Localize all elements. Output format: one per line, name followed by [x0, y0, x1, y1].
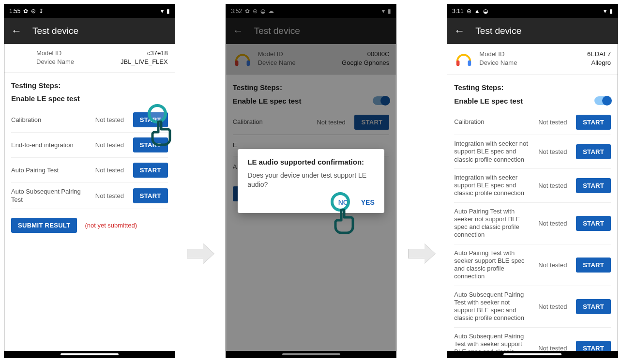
status-bar: 1:55 ✿ ⊝ ↧ ▾ ▮ — [4, 4, 175, 18]
app-title: Test device — [475, 26, 521, 36]
dialog-no-button[interactable]: NO — [338, 198, 349, 206]
flow-arrow — [187, 244, 214, 263]
test-name: Calibration — [11, 116, 91, 124]
test-row: Auto Pairing Test with seeker support BL… — [454, 244, 611, 286]
wifi-icon: ▾ — [161, 8, 164, 15]
status-time: 1:55 — [9, 8, 20, 15]
test-name: Calibration — [454, 118, 534, 126]
not-submitted-text: (not yet submitted) — [85, 222, 137, 229]
test-row: Integration with seeker support BLE spec… — [454, 169, 611, 203]
test-status: Not tested — [538, 148, 572, 155]
testing-steps-header: Testing Steps: — [454, 83, 611, 91]
test-name: Auto Subsequent Pairing Test with seeker… — [454, 333, 534, 351]
dialog-overlay: LE audio supported confirmation: Does yo… — [226, 4, 396, 358]
test-status: Not tested — [538, 220, 572, 227]
le-audio-dialog: LE audio supported confirmation: Does yo… — [238, 149, 384, 213]
android-nav-bar[interactable] — [4, 351, 175, 358]
start-button[interactable]: START — [576, 115, 611, 130]
device-info-card: Model ID 6EDAF7 Device Name Allegro — [447, 44, 618, 75]
test-content: Testing Steps: Enable LE spec test Calib… — [4, 73, 175, 351]
app-title: Test device — [32, 26, 78, 36]
download-icon: ↧ — [39, 8, 44, 15]
battery-icon: ▮ — [609, 8, 613, 15]
svg-rect-3 — [468, 61, 471, 66]
status-bar: 3:11 ⊝ ▲ ◒ ▾ ▮ — [447, 4, 618, 18]
back-arrow-icon[interactable]: ← — [11, 25, 22, 37]
phone-screen-3: 3:11 ⊝ ▲ ◒ ▾ ▮ ← Test device Model ID 6E… — [447, 4, 618, 358]
test-row: CalibrationNot testedSTART — [11, 107, 168, 133]
phone-screen-1: 1:55 ✿ ⊝ ↧ ▾ ▮ ← Test device Model ID c3… — [4, 4, 175, 358]
test-status: Not tested — [95, 141, 129, 149]
start-button[interactable]: START — [133, 188, 168, 203]
device-info-card: Model ID c37e18 Device Name JBL_LIVE_FLE… — [4, 44, 175, 73]
enable-le-switch[interactable] — [594, 96, 611, 105]
back-arrow-icon[interactable]: ← — [454, 25, 465, 37]
test-status: Not tested — [95, 167, 129, 174]
enable-le-label: Enable LE spec test — [11, 94, 80, 103]
dialog-message: Does your device under test support LE a… — [247, 171, 374, 189]
test-status: Not tested — [538, 345, 572, 351]
device-name-label: Device Name — [36, 58, 74, 66]
start-button[interactable]: START — [576, 216, 611, 231]
shield-icon: ◒ — [483, 8, 488, 15]
model-id-value: c37e18 — [147, 49, 168, 58]
phone-screen-2: 3:52 ✿ ⊝ ◒ ☁ ▾ ▮ ← Test device Model ID … — [226, 4, 397, 358]
start-button[interactable]: START — [576, 341, 611, 351]
test-row: Auto Pairing TestNot testedSTART — [11, 158, 168, 183]
start-button[interactable]: START — [576, 258, 611, 273]
test-row: Auto Subsequent Pairing TestNot testedST… — [11, 183, 168, 209]
headphones-icon — [454, 49, 473, 68]
svg-rect-2 — [456, 61, 460, 66]
test-name: Auto Pairing Test with seeker support BL… — [454, 249, 534, 281]
test-status: Not tested — [538, 261, 572, 269]
dialog-title: LE audio supported confirmation: — [247, 158, 374, 166]
test-name: Auto Pairing Test — [11, 167, 91, 174]
gear-icon: ✿ — [23, 8, 28, 15]
test-row: Auto Subsequent Pairing Test with seeker… — [454, 286, 611, 328]
test-status: Not tested — [95, 116, 129, 123]
dnd-icon: ⊝ — [467, 8, 471, 15]
model-id-label: Model ID — [479, 50, 504, 59]
flow-arrow — [408, 244, 435, 263]
test-name: Integration with seeker not support BLE … — [454, 140, 534, 164]
test-content[interactable]: Testing Steps: Enable LE spec test Calib… — [447, 75, 618, 351]
testing-steps-header: Testing Steps: — [11, 81, 168, 90]
test-status: Not tested — [538, 182, 572, 189]
test-name: Auto Pairing Test with seeker not suppor… — [454, 208, 534, 239]
status-time: 3:11 — [452, 8, 463, 15]
test-status: Not tested — [538, 119, 572, 126]
test-name: Auto Subsequent Pairing Test — [11, 188, 91, 204]
enable-le-label: Enable LE spec test — [454, 97, 523, 105]
start-button[interactable]: START — [133, 112, 168, 127]
android-nav-bar[interactable] — [447, 351, 618, 358]
model-id-value: 6EDAF7 — [587, 50, 611, 59]
test-row: CalibrationNot testedSTART — [454, 110, 611, 135]
app-bar: ← Test device — [4, 18, 175, 44]
device-name-label: Device Name — [479, 59, 517, 67]
start-button[interactable]: START — [133, 163, 168, 178]
test-row: Integration with seeker not support BLE … — [454, 135, 611, 169]
device-name-value: Allegro — [592, 59, 611, 67]
test-status: Not tested — [538, 303, 572, 310]
wifi-icon: ▾ — [604, 8, 607, 15]
dialog-yes-button[interactable]: YES — [361, 198, 375, 206]
test-status: Not tested — [95, 192, 129, 199]
test-row: Auto Pairing Test with seeker not suppor… — [454, 203, 611, 244]
model-id-label: Model ID — [36, 49, 61, 58]
test-name: Integration with seeker support BLE spec… — [454, 174, 534, 197]
warning-icon: ▲ — [474, 8, 480, 15]
battery-icon: ▮ — [167, 8, 170, 15]
test-name: Auto Subsequent Pairing Test with seeker… — [454, 291, 534, 322]
test-row: End-to-end integrationNot testedSTART — [11, 133, 168, 158]
test-name: End-to-end integration — [11, 141, 91, 149]
device-name-value: JBL_LIVE_FLEX — [121, 58, 168, 66]
app-bar: ← Test device — [447, 18, 618, 44]
start-button[interactable]: START — [576, 178, 611, 193]
test-row: Auto Subsequent Pairing Test with seeker… — [454, 328, 611, 351]
dnd-icon: ⊝ — [31, 8, 36, 15]
start-button[interactable]: START — [133, 137, 168, 152]
submit-result-button[interactable]: SUBMIT RESULT — [11, 218, 77, 233]
start-button[interactable]: START — [576, 144, 611, 159]
start-button[interactable]: START — [576, 299, 611, 314]
